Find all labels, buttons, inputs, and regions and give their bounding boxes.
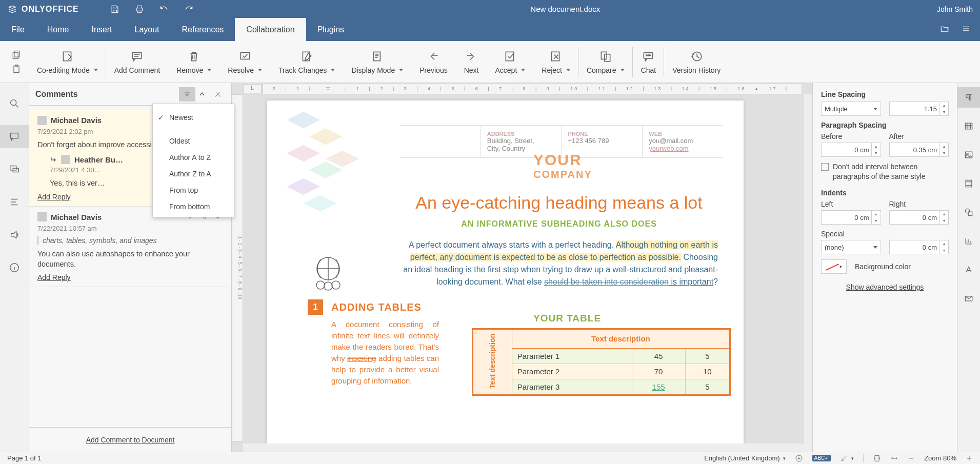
undo-icon[interactable] [159, 4, 169, 14]
mailmerge-tab-icon[interactable] [957, 288, 981, 309]
special-label: Special [821, 230, 949, 238]
zoom-out-icon[interactable] [908, 455, 915, 462]
display-mode-button[interactable]: Display Mode [343, 41, 411, 83]
sort-newest[interactable]: Newest [153, 109, 234, 126]
zoom-indicator[interactable]: Zoom 80% [924, 454, 956, 462]
sort-from-top[interactable]: From top [153, 182, 234, 198]
shape-tab-icon[interactable] [957, 202, 981, 223]
tab-insert[interactable]: Insert [80, 18, 123, 41]
add-comment-link[interactable]: Add Comment to Document [86, 436, 175, 444]
table-tab-icon[interactable] [957, 116, 981, 136]
close-panel-icon[interactable] [211, 87, 225, 102]
line-spacing-label: Line Spacing [821, 90, 949, 98]
doc-heading: An eye-catching heading means a lot [400, 193, 718, 213]
spellcheck-icon[interactable] [795, 454, 803, 462]
chat-icon[interactable] [0, 158, 29, 180]
sort-comments-button[interactable] [179, 87, 195, 102]
line-spacing-mode[interactable]: Multiple [821, 102, 881, 116]
tab-collaboration[interactable]: Collaboration [235, 18, 306, 41]
company-your: YOUR [533, 151, 592, 169]
about-icon[interactable] [0, 256, 29, 279]
advanced-settings-link[interactable]: Show advanced settings [821, 283, 949, 291]
svg-rect-34 [965, 123, 972, 129]
svg-rect-12 [605, 54, 610, 61]
vertical-scrollbar[interactable] [804, 94, 812, 452]
svg-rect-42 [875, 455, 879, 461]
sort-oldest[interactable]: Oldest [153, 133, 234, 149]
reject-button[interactable]: Reject [533, 41, 578, 83]
decorative-cubes [267, 100, 385, 234]
indent-left[interactable]: 0 cm▴▾ [821, 210, 881, 225]
special-value[interactable]: 0 cm▴▾ [889, 240, 949, 254]
compare-button[interactable]: Compare [578, 41, 633, 83]
search-icon[interactable] [0, 92, 29, 115]
user-name[interactable]: John Smith [937, 5, 973, 13]
tab-file[interactable]: File [0, 18, 36, 41]
comment-item[interactable]: Michael Davis 7/22/2021 10:57 am charts,… [29, 207, 231, 288]
page[interactable]: YOUR COMPANY ADDRESS Building, Street,Ci… [267, 100, 744, 452]
sort-from-bottom[interactable]: From bottom [153, 198, 234, 215]
image-tab-icon[interactable] [957, 145, 981, 165]
line-spacing-value[interactable]: 1.15▴▾ [889, 102, 949, 116]
track-changes-button[interactable]: Track Changes [270, 41, 343, 83]
left-toolbar [0, 83, 29, 452]
save-icon[interactable] [110, 4, 120, 14]
fit-width-icon[interactable] [890, 454, 898, 462]
fit-page-icon[interactable] [873, 454, 881, 462]
navigation-icon[interactable] [0, 191, 29, 213]
horizontal-scrollbar[interactable] [243, 443, 804, 452]
menu-icon[interactable] [962, 24, 971, 35]
remove-button[interactable]: Remove [168, 41, 219, 83]
spellcheck-toggle[interactable]: ABC✓ [812, 455, 831, 461]
previous-button[interactable]: Previous [411, 41, 455, 83]
add-comment-button[interactable]: Add Comment [106, 41, 168, 83]
tab-layout[interactable]: Layout [123, 18, 170, 41]
textart-tab-icon[interactable] [957, 259, 981, 280]
next-button[interactable]: Next [456, 41, 487, 83]
zoom-in-icon[interactable] [966, 455, 973, 462]
no-interval-checkbox[interactable]: Don't add interval between paragraphs of… [821, 162, 949, 181]
add-reply-link[interactable]: Add Reply [37, 273, 223, 281]
document-canvas[interactable]: L · 2 · | · 1 · | · ▽ · | · 1 · | · 2 · … [232, 83, 812, 452]
print-icon[interactable] [134, 4, 145, 14]
header-footer-tab-icon[interactable] [957, 173, 981, 194]
paste-icon[interactable] [11, 64, 22, 74]
background-color-button[interactable]: ▾ [821, 259, 847, 274]
svg-point-33 [332, 281, 340, 289]
chart-tab-icon[interactable] [957, 231, 981, 251]
open-location-icon[interactable] [940, 24, 949, 35]
tab-references[interactable]: References [171, 18, 235, 41]
doc-paragraph: A perfect document always starts with a … [400, 239, 718, 288]
spacing-after[interactable]: 0.35 cm▴▾ [889, 143, 949, 157]
document-title: New document.docx [194, 5, 937, 13]
sort-author-za[interactable]: Author Z to A [153, 166, 234, 182]
chat-button[interactable]: Chat [633, 41, 665, 83]
paragraph-tab-icon[interactable] [957, 87, 981, 108]
svg-rect-9 [506, 52, 513, 60]
indent-right[interactable]: 0 cm▴▾ [889, 210, 949, 225]
sort-author-az[interactable]: Author A to Z [153, 149, 234, 166]
comments-icon[interactable] [0, 125, 29, 148]
indents-label: Indents [821, 189, 949, 197]
tab-plugins[interactable]: Plugins [306, 18, 355, 41]
language-selector[interactable]: English (United Kingdom) ▾ [704, 454, 785, 462]
coediting-mode-button[interactable]: Co-editing Mode [29, 41, 106, 83]
menu-bar: File Home Insert Layout References Colla… [0, 18, 980, 41]
doc-table: Text descriptionText description Paramet… [472, 328, 731, 396]
horizontal-ruler[interactable]: · 2 · | · 1 · | · ▽ · | · 1 · | · 2 · | … [263, 83, 802, 94]
tab-home[interactable]: Home [36, 18, 81, 41]
sort-direction-icon[interactable] [198, 91, 206, 98]
redo-icon[interactable] [184, 4, 194, 14]
track-changes-toggle[interactable]: ▾ [840, 454, 854, 462]
svg-marker-25 [287, 145, 320, 162]
special-mode[interactable]: (none) [821, 240, 881, 254]
version-history-button[interactable]: Version History [664, 41, 729, 83]
company-name: COMPANY [533, 169, 592, 180]
spacing-before[interactable]: 0 cm▴▾ [821, 143, 881, 157]
resolve-button[interactable]: Resolve [219, 41, 270, 83]
phone-value: +123 456 789 [568, 137, 636, 145]
page-indicator[interactable]: Page 1 of 1 [7, 454, 42, 462]
feedback-icon[interactable] [0, 224, 29, 246]
copy-icon[interactable] [11, 50, 22, 60]
accept-button[interactable]: Accept [487, 41, 533, 83]
